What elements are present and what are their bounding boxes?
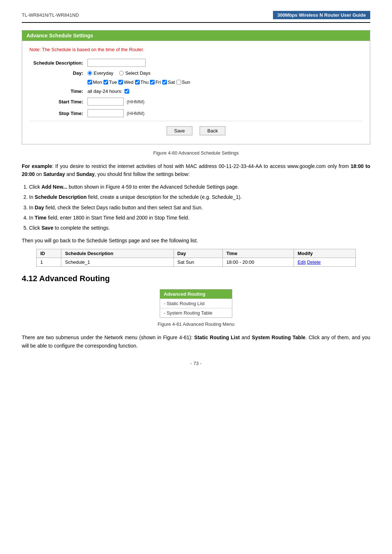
start-time-row: Start Time: (HHMM): [29, 98, 363, 106]
days-row: Mon Tue Wed Thu Fri Sat Sun: [87, 79, 190, 85]
select-days-radio-label[interactable]: Select Days: [119, 70, 150, 76]
everyday-radio-label[interactable]: Everyday: [87, 70, 113, 76]
col-time: Time: [222, 249, 294, 258]
description-row: Schedule Description:: [29, 59, 363, 67]
start-hhmm-label: (HHMM): [127, 99, 144, 104]
row-description: Schedule_1: [61, 258, 173, 267]
wed-checkbox[interactable]: [118, 80, 123, 85]
step-1: Click Add New... button shown in Figure …: [29, 183, 370, 191]
page-number: - 73 -: [22, 361, 370, 366]
day-radio-group: Everyday Select Days: [87, 70, 151, 76]
model-text: TL-WR841N/TL-WR841ND: [22, 12, 273, 18]
table-header-row: ID Schedule Description Day Time Modify: [37, 249, 356, 258]
delete-link[interactable]: Delete: [307, 259, 321, 265]
wed-check-label[interactable]: Wed: [118, 79, 134, 85]
schedule-table: ID Schedule Description Day Time Modify …: [36, 249, 356, 267]
everyday-radio[interactable]: [87, 71, 92, 75]
figure-60-caption: Figure 4-60 Advanced Schedule Settings: [22, 150, 370, 156]
routing-menu-title: Advanced Routing: [160, 290, 232, 299]
stop-time-label: Stop Time:: [29, 111, 87, 116]
description-field: [87, 59, 146, 67]
fri-check-label[interactable]: Fri: [150, 79, 161, 85]
sat-check-label[interactable]: Sat: [162, 79, 175, 85]
guide-title: 300Mbps Wireless N Router User Guide: [273, 11, 370, 19]
step-5: Click Save to complete the settings.: [29, 224, 370, 232]
day-field: Everyday Select Days: [87, 70, 151, 76]
col-day: Day: [173, 249, 222, 258]
description-label: Schedule Description:: [29, 60, 87, 66]
thu-checkbox[interactable]: [135, 80, 140, 85]
day-row: Day: Everyday Select Days: [29, 70, 363, 76]
time-row: Time: all day-24 hours:: [29, 89, 363, 94]
mon-checkbox[interactable]: [87, 80, 92, 85]
button-row: Save Back: [29, 121, 363, 138]
time-label: Time:: [29, 89, 87, 94]
steps-list: Click Add New... button shown in Figure …: [29, 183, 370, 232]
schedule-settings-box: Advance Schedule Settings Note: The Sche…: [22, 30, 370, 144]
col-id: ID: [37, 249, 61, 258]
row-time: 18:00 - 20:00: [222, 258, 294, 267]
row-id: 1: [37, 258, 61, 267]
edit-link[interactable]: Edit: [298, 259, 306, 265]
sat-checkbox[interactable]: [162, 80, 167, 85]
stop-time-input[interactable]: [87, 109, 124, 117]
thu-check-label[interactable]: Thu: [135, 79, 148, 85]
routing-menu-box: Advanced Routing - Static Routing List -…: [160, 289, 232, 318]
section-heading-routing: 4.12 Advanced Routing: [22, 274, 370, 283]
routing-menu-item-system[interactable]: - System Routing Table: [160, 308, 232, 317]
figure-61-caption: Figure 4-61 Advanced Routing Menu: [22, 321, 370, 327]
everyday-label: Everyday: [94, 70, 113, 76]
settings-box-content: Note: The Schedule is based on the time …: [22, 41, 370, 144]
days-checkboxes-row: Mon Tue Wed Thu Fri Sat Sun: [29, 79, 363, 85]
sun-checkbox[interactable]: [176, 80, 181, 85]
day-label: Day:: [29, 70, 87, 76]
tue-check-label[interactable]: Tue: [103, 79, 117, 85]
start-time-label: Start Time:: [29, 99, 87, 104]
settings-box-title: Advance Schedule Settings: [22, 30, 370, 41]
page-header: TL-WR841N/TL-WR841ND 300Mbps Wireless N …: [22, 11, 370, 23]
step-2: In Schedule Description field, create a …: [29, 193, 370, 201]
row-day: Sat Sun: [173, 258, 222, 267]
note-text: Note: The Schedule is based on the time …: [29, 47, 363, 52]
start-time-input[interactable]: [87, 98, 124, 106]
col-description: Schedule Description: [61, 249, 173, 258]
description-input[interactable]: [87, 59, 146, 67]
mon-check-label[interactable]: Mon: [87, 79, 102, 85]
body-paragraph-2: Then you will go back to the Schedule Se…: [22, 237, 370, 245]
all-day-checkbox[interactable]: [124, 89, 129, 94]
sun-check-label[interactable]: Sun: [176, 79, 190, 85]
select-days-radio[interactable]: [119, 71, 124, 75]
time-field: all day-24 hours:: [87, 89, 129, 94]
select-days-label: Select Days: [125, 70, 150, 76]
routing-menu-item-static[interactable]: - Static Routing List: [160, 299, 232, 308]
back-button[interactable]: Back: [200, 126, 225, 135]
stop-time-field: (HHMM): [87, 109, 144, 117]
save-button[interactable]: Save: [167, 126, 193, 135]
body-paragraph-1: For example: If you desire to restrict t…: [22, 162, 370, 178]
start-time-field: (HHMM): [87, 98, 144, 106]
table-row: 1 Schedule_1 Sat Sun 18:00 - 20:00 Edit …: [37, 258, 356, 267]
col-modify: Modify: [294, 249, 355, 258]
fri-checkbox[interactable]: [150, 80, 155, 85]
all-day-label: all day-24 hours:: [87, 89, 122, 94]
step-3: In Day field, check the Select Days radi…: [29, 204, 370, 212]
body-paragraph-3: There are two submenus under the Network…: [22, 333, 370, 350]
schedule-table-wrapper: ID Schedule Description Day Time Modify …: [36, 249, 356, 267]
row-modify: Edit Delete: [294, 258, 355, 267]
stop-hhmm-label: (HHMM): [127, 111, 144, 116]
tue-checkbox[interactable]: [103, 80, 108, 85]
stop-time-row: Stop Time: (HHMM): [29, 109, 363, 117]
step-4: In Time field, enter 1800 in Start Time …: [29, 214, 370, 222]
